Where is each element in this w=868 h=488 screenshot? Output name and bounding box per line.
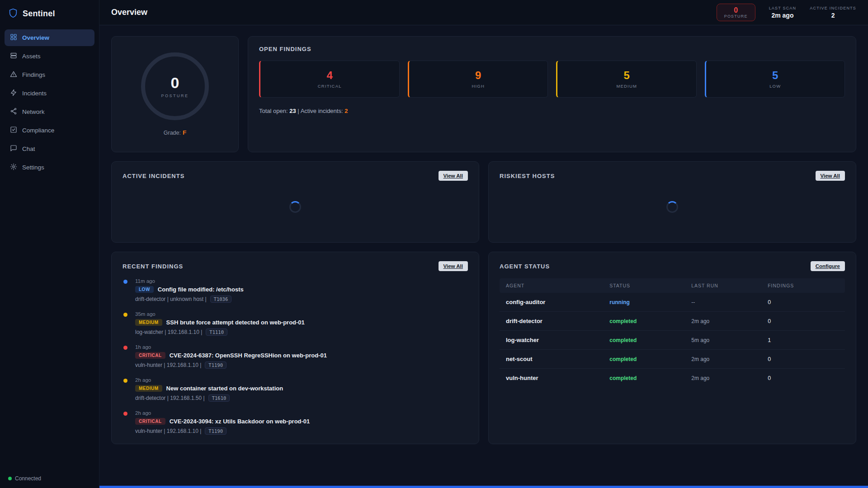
low-count: 5 [772, 70, 778, 81]
dashboard-content: 0 POSTURE Grade:F OPEN FINDINGS 4 CRIT [99, 25, 868, 488]
last-scan-label: LAST SCAN [769, 6, 797, 10]
active-incidents-value: 2 [810, 12, 856, 19]
finding-title: Config file modified: /etc/hosts [158, 286, 244, 293]
severity-badge: CRITICAL [135, 418, 165, 425]
connection-status: Connected [0, 469, 99, 488]
agent-row[interactable]: config-auditor running -- 0 [500, 293, 845, 312]
severity-box-critical[interactable]: 4 CRITICAL [259, 61, 400, 98]
mitre-tag: T1610 [208, 394, 230, 402]
agent-row[interactable]: vuln-hunter completed 2m ago 0 [500, 369, 845, 387]
alert-triangle-icon [10, 70, 17, 79]
severity-badge: LOW [135, 286, 154, 293]
sidebar-item-compliance[interactable]: Compliance [5, 122, 94, 139]
findings-summary: Total open: 23 | Active incidents: 2 [259, 108, 845, 114]
agent-table: AGENT STATUS LAST RUN FINDINGS config-au… [500, 278, 845, 387]
bottom-scrollbar[interactable] [99, 486, 868, 488]
severity-box-low[interactable]: 5 LOW [705, 61, 845, 98]
critical-count: 4 [327, 70, 333, 81]
col-last-run: LAST RUN [691, 283, 768, 288]
agent-status-value: running [609, 299, 691, 305]
grade-label: Grade: [164, 130, 181, 136]
summary-separator: | [297, 108, 299, 114]
severity-dot-icon [123, 280, 127, 284]
zap-icon [10, 89, 17, 98]
col-status: STATUS [609, 283, 691, 288]
sidebar-item-network[interactable]: Network [5, 103, 94, 120]
grid-icon [10, 33, 17, 42]
finding-title: CVE-2024-6387: OpenSSH RegreSSHion on we… [170, 352, 327, 359]
top-header: Overview 0 POSTURE LAST SCAN 2m ago ACTI… [99, 0, 868, 25]
view-all-incidents-button[interactable]: View All [439, 171, 468, 181]
sidebar-item-overview[interactable]: Overview [5, 29, 94, 46]
total-open-label: Total open: [259, 108, 288, 114]
finding-time: 1h ago [135, 344, 468, 350]
posture-score-label: POSTURE [724, 14, 748, 19]
check-square-icon [10, 126, 17, 135]
posture-gauge-value: 0 [171, 75, 179, 90]
last-scan-value: 2m ago [769, 12, 797, 19]
sidebar-item-findings[interactable]: Findings [5, 66, 94, 83]
finding-time: 35m ago [135, 311, 468, 317]
finding-item[interactable]: 1h ago CRITICAL CVE-2024-6387: OpenSSH R… [123, 344, 468, 369]
agent-status-value: completed [609, 375, 691, 381]
finding-item[interactable]: 2h ago MEDIUM New container started on d… [123, 377, 468, 402]
agent-row[interactable]: net-scout completed 2m ago 0 [500, 350, 845, 369]
finding-item[interactable]: 35m ago MEDIUM SSH brute force attempt d… [123, 311, 468, 336]
app-root: Sentinel Overview Assets Findings Incide… [0, 0, 868, 488]
severity-box-medium[interactable]: 5 MEDIUM [556, 61, 697, 98]
summary-incidents-label: Active incidents: [301, 108, 343, 114]
col-findings: FINDINGS [768, 283, 839, 288]
severity-badge: MEDIUM [135, 385, 162, 392]
agent-findings-count: 0 [768, 356, 839, 362]
high-label: HIGH [472, 84, 485, 89]
active-incidents-card: ACTIVE INCIDENTS View All [111, 161, 479, 243]
agent-row[interactable]: log-watcher completed 5m ago 1 [500, 331, 845, 350]
finding-item[interactable]: 11m ago LOW Config file modified: /etc/h… [123, 278, 468, 303]
gear-icon [10, 163, 17, 172]
finding-meta: drift-detector | unknown host | [135, 296, 207, 302]
sidebar: Sentinel Overview Assets Findings Incide… [0, 0, 99, 488]
riskiest-hosts-card: RISKIEST HOSTS View All [488, 161, 856, 243]
severity-dot-icon [123, 412, 127, 416]
sidebar-item-label: Chat [22, 145, 35, 152]
col-agent: AGENT [506, 283, 609, 288]
finding-item[interactable]: 2h ago CRITICAL CVE-2024-3094: xz Utils … [123, 410, 468, 435]
agent-row[interactable]: drift-detector completed 2m ago 0 [500, 312, 845, 331]
sidebar-item-label: Network [22, 108, 45, 115]
agent-last-run: -- [691, 299, 768, 305]
finding-time: 11m ago [135, 278, 468, 284]
sidebar-item-incidents[interactable]: Incidents [5, 85, 94, 102]
view-all-hosts-button[interactable]: View All [816, 171, 845, 181]
finding-title: New container started on dev-workstation [166, 385, 283, 392]
sidebar-item-label: Assets [22, 53, 41, 60]
agent-findings-count: 0 [768, 299, 839, 305]
active-incidents-label: ACTIVE INCIDENTS [810, 6, 856, 10]
sidebar-item-settings[interactable]: Settings [5, 159, 94, 176]
agent-name: drift-detector [506, 318, 609, 324]
agent-last-run: 5m ago [691, 337, 768, 343]
app-name: Sentinel [23, 9, 55, 19]
sidebar-item-assets[interactable]: Assets [5, 48, 94, 65]
high-count: 9 [475, 70, 481, 81]
loading-spinner-icon [289, 201, 301, 213]
severity-dot-icon [123, 379, 127, 383]
posture-score-pill[interactable]: 0 POSTURE [717, 4, 755, 22]
severity-badge: CRITICAL [135, 352, 165, 359]
mitre-tag: T1190 [205, 361, 226, 369]
open-findings-card: OPEN FINDINGS 4 CRITICAL 9 HIGH 5 [248, 36, 856, 152]
critical-label: CRITICAL [318, 84, 342, 89]
agent-name: vuln-hunter [506, 375, 609, 381]
last-scan-stat: LAST SCAN 2m ago [769, 6, 797, 19]
finding-time: 2h ago [135, 410, 468, 416]
agent-name: log-watcher [506, 337, 609, 343]
sidebar-item-label: Incidents [22, 90, 47, 97]
header-stats: 0 POSTURE LAST SCAN 2m ago ACTIVE INCIDE… [717, 4, 856, 22]
severity-box-high[interactable]: 9 HIGH [408, 61, 548, 98]
summary-incidents-count: 2 [344, 108, 348, 114]
open-findings-title: OPEN FINDINGS [259, 46, 311, 52]
chat-icon [10, 145, 17, 153]
sidebar-nav: Overview Assets Findings Incidents Netwo… [0, 27, 99, 469]
view-all-findings-button[interactable]: View All [439, 261, 468, 271]
sidebar-item-chat[interactable]: Chat [5, 141, 94, 157]
configure-agents-button[interactable]: Configure [811, 261, 845, 271]
